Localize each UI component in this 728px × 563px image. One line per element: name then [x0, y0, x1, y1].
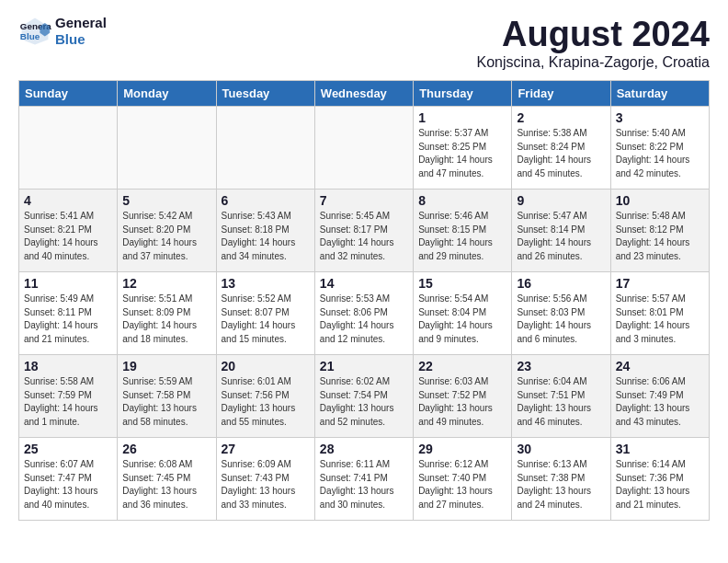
col-header-thursday: Thursday: [414, 81, 512, 107]
day-number: 16: [517, 276, 605, 291]
day-number: 24: [616, 359, 704, 373]
logo-name: GeneralBlue: [55, 15, 107, 48]
col-header-friday: Friday: [512, 81, 610, 107]
calendar-table: SundayMondayTuesdayWednesdayThursdayFrid…: [18, 80, 710, 521]
col-header-saturday: Saturday: [610, 81, 709, 107]
day-info: Sunrise: 6:07 AM Sunset: 7:47 PM Dayligh…: [24, 458, 112, 511]
title-block: August 2024 Konjscina, Krapina-Zagorje, …: [477, 15, 710, 71]
day-number: 17: [616, 276, 704, 291]
calendar-cell: 30Sunrise: 6:13 AM Sunset: 7:38 PM Dayli…: [512, 438, 610, 521]
day-number: 25: [24, 442, 112, 456]
day-number: 6: [222, 193, 310, 208]
calendar-cell: 18Sunrise: 5:58 AM Sunset: 7:59 PM Dayli…: [19, 355, 118, 438]
day-number: 21: [320, 359, 408, 373]
day-number: 31: [616, 442, 704, 456]
calendar-cell: 3Sunrise: 5:40 AM Sunset: 8:22 PM Daylig…: [610, 107, 709, 190]
day-info: Sunrise: 6:03 AM Sunset: 7:52 PM Dayligh…: [418, 375, 506, 429]
day-number: 18: [24, 359, 112, 373]
day-number: 2: [517, 110, 605, 125]
calendar-week-1: 1Sunrise: 5:37 AM Sunset: 8:25 PM Daylig…: [19, 107, 710, 190]
day-info: Sunrise: 5:42 AM Sunset: 8:20 PM Dayligh…: [122, 210, 210, 263]
calendar-cell: 5Sunrise: 5:42 AM Sunset: 8:20 PM Daylig…: [118, 190, 216, 272]
day-info: Sunrise: 5:49 AM Sunset: 8:11 PM Dayligh…: [24, 293, 112, 346]
day-info: Sunrise: 6:09 AM Sunset: 7:43 PM Dayligh…: [222, 458, 310, 511]
calendar-header-row: SundayMondayTuesdayWednesdayThursdayFrid…: [19, 81, 710, 107]
calendar-week-4: 18Sunrise: 5:58 AM Sunset: 7:59 PM Dayli…: [19, 355, 710, 438]
calendar-cell: 10Sunrise: 5:48 AM Sunset: 8:12 PM Dayli…: [610, 190, 709, 272]
day-number: 23: [517, 359, 605, 373]
day-info: Sunrise: 5:43 AM Sunset: 8:18 PM Dayligh…: [222, 210, 310, 263]
calendar-cell: 17Sunrise: 5:57 AM Sunset: 8:01 PM Dayli…: [610, 272, 709, 355]
logo-icon: General Blue: [18, 15, 51, 48]
day-info: Sunrise: 5:47 AM Sunset: 8:14 PM Dayligh…: [517, 210, 605, 263]
day-number: 19: [122, 359, 210, 373]
day-number: 3: [616, 110, 704, 125]
calendar-cell: 16Sunrise: 5:56 AM Sunset: 8:03 PM Dayli…: [512, 272, 610, 355]
calendar-cell: 14Sunrise: 5:53 AM Sunset: 8:06 PM Dayli…: [314, 272, 413, 355]
day-number: 27: [222, 442, 310, 456]
day-info: Sunrise: 5:58 AM Sunset: 7:59 PM Dayligh…: [24, 375, 112, 429]
header: General Blue GeneralBlue August 2024 Kon…: [18, 15, 710, 71]
calendar-cell: 7Sunrise: 5:45 AM Sunset: 8:17 PM Daylig…: [314, 190, 413, 272]
col-header-tuesday: Tuesday: [216, 81, 314, 107]
day-number: 15: [418, 276, 506, 291]
day-number: 30: [517, 442, 605, 456]
calendar-cell: 13Sunrise: 5:52 AM Sunset: 8:07 PM Dayli…: [216, 272, 314, 355]
day-info: Sunrise: 5:37 AM Sunset: 8:25 PM Dayligh…: [418, 127, 506, 180]
day-info: Sunrise: 5:56 AM Sunset: 8:03 PM Dayligh…: [517, 293, 605, 346]
day-number: 8: [418, 193, 506, 208]
day-number: 5: [122, 193, 210, 208]
page: General Blue GeneralBlue August 2024 Kon…: [0, 0, 728, 535]
day-info: Sunrise: 5:53 AM Sunset: 8:06 PM Dayligh…: [320, 293, 408, 346]
day-info: Sunrise: 6:02 AM Sunset: 7:54 PM Dayligh…: [320, 375, 408, 429]
day-info: Sunrise: 5:41 AM Sunset: 8:21 PM Dayligh…: [24, 210, 112, 263]
calendar-cell: 25Sunrise: 6:07 AM Sunset: 7:47 PM Dayli…: [19, 438, 118, 521]
calendar-cell: [118, 107, 216, 190]
calendar-week-5: 25Sunrise: 6:07 AM Sunset: 7:47 PM Dayli…: [19, 438, 710, 521]
calendar-cell: 19Sunrise: 5:59 AM Sunset: 7:58 PM Dayli…: [118, 355, 216, 438]
calendar-cell: 11Sunrise: 5:49 AM Sunset: 8:11 PM Dayli…: [19, 272, 118, 355]
calendar-cell: [19, 107, 118, 190]
calendar-cell: 2Sunrise: 5:38 AM Sunset: 8:24 PM Daylig…: [512, 107, 610, 190]
day-number: 22: [418, 359, 506, 373]
day-info: Sunrise: 6:11 AM Sunset: 7:41 PM Dayligh…: [320, 458, 408, 511]
calendar-cell: 28Sunrise: 6:11 AM Sunset: 7:41 PM Dayli…: [314, 438, 413, 521]
day-number: 28: [320, 442, 408, 456]
day-info: Sunrise: 5:54 AM Sunset: 8:04 PM Dayligh…: [418, 293, 506, 346]
calendar-cell: 6Sunrise: 5:43 AM Sunset: 8:18 PM Daylig…: [216, 190, 314, 272]
day-info: Sunrise: 5:57 AM Sunset: 8:01 PM Dayligh…: [616, 293, 704, 346]
day-info: Sunrise: 5:59 AM Sunset: 7:58 PM Dayligh…: [122, 375, 210, 429]
day-number: 13: [222, 276, 310, 291]
day-info: Sunrise: 5:52 AM Sunset: 8:07 PM Dayligh…: [222, 293, 310, 346]
day-number: 26: [122, 442, 210, 456]
day-info: Sunrise: 6:12 AM Sunset: 7:40 PM Dayligh…: [418, 458, 506, 511]
main-title: August 2024: [477, 15, 710, 54]
day-info: Sunrise: 6:01 AM Sunset: 7:56 PM Dayligh…: [222, 375, 310, 429]
calendar-cell: [216, 107, 314, 190]
calendar-cell: [314, 107, 413, 190]
day-number: 20: [222, 359, 310, 373]
calendar-cell: 29Sunrise: 6:12 AM Sunset: 7:40 PM Dayli…: [414, 438, 512, 521]
calendar-week-2: 4Sunrise: 5:41 AM Sunset: 8:21 PM Daylig…: [19, 190, 710, 272]
day-info: Sunrise: 6:06 AM Sunset: 7:49 PM Dayligh…: [616, 375, 704, 429]
calendar-cell: 4Sunrise: 5:41 AM Sunset: 8:21 PM Daylig…: [19, 190, 118, 272]
day-number: 7: [320, 193, 408, 208]
calendar-cell: 1Sunrise: 5:37 AM Sunset: 8:25 PM Daylig…: [414, 107, 512, 190]
day-info: Sunrise: 5:38 AM Sunset: 8:24 PM Dayligh…: [517, 127, 605, 180]
col-header-monday: Monday: [118, 81, 216, 107]
day-number: 14: [320, 276, 408, 291]
calendar-cell: 15Sunrise: 5:54 AM Sunset: 8:04 PM Dayli…: [414, 272, 512, 355]
day-info: Sunrise: 5:48 AM Sunset: 8:12 PM Dayligh…: [616, 210, 704, 263]
day-number: 9: [517, 193, 605, 208]
calendar-cell: 12Sunrise: 5:51 AM Sunset: 8:09 PM Dayli…: [118, 272, 216, 355]
day-number: 4: [24, 193, 112, 208]
calendar-cell: 22Sunrise: 6:03 AM Sunset: 7:52 PM Dayli…: [414, 355, 512, 438]
calendar-cell: 9Sunrise: 5:47 AM Sunset: 8:14 PM Daylig…: [512, 190, 610, 272]
calendar-cell: 26Sunrise: 6:08 AM Sunset: 7:45 PM Dayli…: [118, 438, 216, 521]
calendar-cell: 20Sunrise: 6:01 AM Sunset: 7:56 PM Dayli…: [216, 355, 314, 438]
calendar-cell: 21Sunrise: 6:02 AM Sunset: 7:54 PM Dayli…: [314, 355, 413, 438]
calendar-week-3: 11Sunrise: 5:49 AM Sunset: 8:11 PM Dayli…: [19, 272, 710, 355]
day-info: Sunrise: 6:08 AM Sunset: 7:45 PM Dayligh…: [122, 458, 210, 511]
calendar-cell: 8Sunrise: 5:46 AM Sunset: 8:15 PM Daylig…: [414, 190, 512, 272]
day-info: Sunrise: 6:14 AM Sunset: 7:36 PM Dayligh…: [616, 458, 704, 511]
